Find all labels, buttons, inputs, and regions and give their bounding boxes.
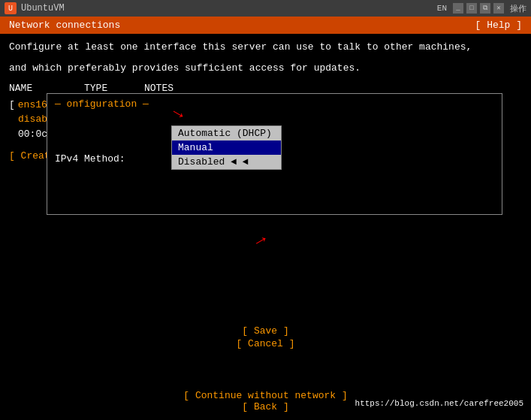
dialog-title: — onfiguration — [47, 94, 502, 111]
titlebar-left: U UbuntuVM [5, 2, 65, 14]
maximize-button[interactable]: □ [466, 3, 477, 14]
bracket-open: [ [9, 98, 15, 113]
titlebar-controls: EN _ □ ⧉ ✕ 操作 [437, 3, 526, 14]
app-icon: U [5, 2, 17, 14]
close-button[interactable]: ✕ [493, 3, 504, 14]
ops-label: 操作 [510, 3, 526, 14]
dropdown-option-automatic[interactable]: Automatic (DHCP) [172, 126, 281, 141]
terminal-area: Network connections [ Help ] Configure a… [0, 17, 531, 420]
save-cancel-area: [ Save ] [ Cancel ] [236, 324, 294, 351]
minimize-button[interactable]: _ [453, 3, 463, 14]
watermark: https://blog.csdn.net/carefree2005 [355, 399, 523, 408]
description-line1: Configure at least one interface this se… [9, 40, 522, 55]
back-button[interactable]: [ Back ] [242, 401, 288, 412]
dropdown-menu[interactable]: Automatic (DHCP) Manual Disabled ◄ [171, 125, 282, 170]
ipv4-method-label: IPv4 Method: [55, 153, 125, 165]
dropdown-option-manual[interactable]: Manual [172, 141, 281, 155]
help-button[interactable]: [ Help ] [475, 20, 522, 31]
tb-lang: EN [437, 4, 447, 13]
cancel-button[interactable]: [ Cancel ] [236, 338, 294, 349]
titlebar: U UbuntuVM EN _ □ ⧉ ✕ 操作 [0, 0, 531, 17]
arrow-annotation-2: → [251, 229, 270, 252]
dropdown-option-disabled[interactable]: Disabled ◄ [172, 155, 281, 169]
description-line2: and which preferably provides sufficient… [9, 61, 522, 76]
window-title: UbuntuVM [21, 3, 65, 14]
continue-without-network[interactable]: [ Continue without network ] [183, 390, 347, 401]
restore-button[interactable]: ⧉ [480, 3, 490, 14]
header-title: Network connections [9, 20, 120, 31]
save-button[interactable]: [ Save ] [242, 325, 288, 337]
network-connections-header: Network connections [ Help ] [0, 17, 531, 34]
